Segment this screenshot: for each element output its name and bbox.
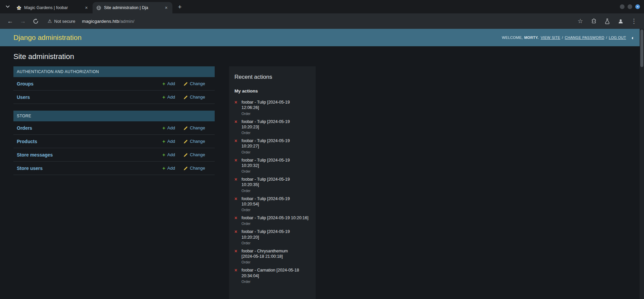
add-store-messages-link[interactable]: +Add (162, 152, 184, 157)
view-site-link[interactable]: VIEW SITE (541, 36, 560, 40)
pencil-icon (184, 82, 188, 86)
delete-icon: × (234, 248, 237, 254)
recent-action-entry: × foobar - Tulip [2024-05-19 10:20:35] O… (234, 177, 310, 193)
flask-icon (605, 18, 610, 24)
model-row-orders: Orders +Add Change (13, 121, 215, 135)
change-users-link[interactable]: Change (184, 95, 210, 100)
add-store-users-link[interactable]: +Add (162, 166, 184, 171)
change-groups-link[interactable]: Change (184, 81, 210, 86)
delete-icon: × (234, 119, 237, 125)
add-icon: + (162, 81, 165, 86)
admin-header: Django administration WELCOME, MORTY. VI… (0, 29, 644, 46)
pencil-icon (184, 126, 188, 130)
recent-action-type: Order (241, 222, 310, 226)
bookmark-star-button[interactable]: ☆ (575, 16, 586, 26)
puzzle-icon (591, 18, 597, 24)
log-out-link[interactable]: LOG OUT (609, 36, 626, 40)
window-maximize-button[interactable] (628, 4, 632, 9)
window-close-button[interactable]: × (635, 4, 640, 9)
recent-action-entry: × foobar - Tulip [2024-05-19 10:20:27] O… (234, 138, 310, 154)
recent-action-text: foobar - Tulip [2024-05-19 10:20:32] (241, 158, 299, 169)
chevron-down-icon (6, 5, 10, 8)
tab-close-icon[interactable]: × (163, 5, 169, 11)
change-label: Change (190, 166, 205, 171)
tab-site-administration[interactable]: Site administration | Dja × (93, 2, 172, 13)
page-scrollbar[interactable] (640, 29, 644, 299)
profile-button[interactable] (615, 16, 626, 26)
reload-icon (33, 18, 39, 24)
add-users-link[interactable]: +Add (162, 95, 184, 100)
window-minimize-button[interactable] (620, 4, 625, 9)
delete-icon: × (234, 196, 237, 202)
extensions-button[interactable] (588, 16, 599, 26)
welcome-text: WELCOME, (502, 36, 523, 40)
recent-action-type: Order (241, 112, 310, 116)
add-icon: + (162, 95, 165, 100)
change-store-messages-link[interactable]: Change (184, 152, 210, 157)
theme-toggle-button[interactable]: ◐ (632, 35, 635, 41)
tab-close-icon[interactable]: × (84, 5, 89, 11)
add-orders-link[interactable]: +Add (162, 125, 184, 130)
url-host: magicgardens.htb (82, 19, 119, 24)
add-icon: + (162, 166, 165, 171)
model-row-users: Users +Add Change (13, 91, 215, 104)
change-products-link[interactable]: Change (184, 139, 210, 144)
recent-action-type: Order (241, 260, 310, 264)
add-label: Add (167, 166, 175, 171)
change-orders-link[interactable]: Change (184, 125, 210, 130)
url-bar[interactable]: magicgardens.htb/admin/ (82, 19, 134, 24)
scrollbar-thumb[interactable] (640, 29, 643, 67)
module-authentication: AUTHENTICATION AND AUTHORIZATION Groups … (13, 66, 215, 104)
recent-action-type: Order (241, 241, 310, 245)
delete-icon: × (234, 138, 237, 144)
recent-action-type: Order (241, 189, 310, 193)
tab-title: Magic Gardens | foobar (24, 5, 81, 10)
model-link-store-messages[interactable]: Store messages (17, 152, 162, 158)
browser-menu-button[interactable]: ⋮ (629, 16, 639, 26)
lab-flask-button[interactable] (602, 16, 612, 26)
window-controls: × (620, 4, 644, 9)
add-icon: + (162, 125, 165, 130)
recent-action-entry: × foobar - Tulip [2024-05-19 12:06:26] O… (234, 100, 310, 116)
model-link-users[interactable]: Users (17, 95, 162, 100)
delete-icon: × (234, 177, 237, 182)
change-label: Change (190, 81, 205, 86)
delete-icon: × (234, 267, 237, 273)
recent-action-entry: × foobar - Tulip [2024-05-19 10:20:32] O… (234, 158, 310, 174)
delete-icon: × (234, 215, 237, 221)
model-link-store-users[interactable]: Store users (17, 166, 162, 171)
add-label: Add (167, 152, 175, 157)
model-link-products[interactable]: Products (17, 139, 162, 144)
recent-action-text: foobar - Chrysanthemum [2024-05-18 21:00… (241, 248, 299, 259)
recent-action-type: Order (241, 280, 310, 284)
recent-action-entry: × foobar - Chrysanthemum [2024-05-18 21:… (234, 248, 310, 264)
tab-magic-gardens[interactable]: Magic Gardens | foobar × (13, 2, 93, 13)
reload-button[interactable] (30, 16, 41, 26)
tab-search-button[interactable] (3, 2, 13, 12)
pencil-icon (184, 139, 188, 143)
site-title-link[interactable]: Django administration (13, 34, 82, 42)
back-button[interactable]: ← (5, 16, 15, 26)
new-tab-button[interactable]: + (175, 2, 184, 12)
recent-action-text: foobar - Tulip [2024-05-19 10:20:54] (241, 196, 299, 207)
pencil-icon (184, 166, 188, 170)
security-chip[interactable]: ⚠ Not secure (48, 19, 75, 24)
tab-strip: Magic Gardens | foobar × Site administra… (0, 0, 644, 13)
page-content: Site administration AUTHENTICATION AND A… (0, 46, 644, 299)
add-groups-link[interactable]: +Add (162, 81, 184, 86)
recent-action-entry: × foobar - Tulip [2024-05-19 10:20:20] O… (234, 229, 310, 245)
model-link-groups[interactable]: Groups (17, 81, 162, 86)
change-store-users-link[interactable]: Change (184, 166, 210, 171)
add-products-link[interactable]: +Add (162, 139, 184, 144)
forward-button[interactable]: → (17, 16, 28, 26)
separator: / (606, 36, 607, 40)
my-actions-heading: My actions (234, 88, 310, 94)
model-link-orders[interactable]: Orders (17, 125, 162, 131)
tab-title: Site administration | Dja (104, 5, 161, 10)
add-label: Add (167, 81, 175, 86)
recent-actions-title: Recent actions (234, 74, 310, 80)
change-label: Change (190, 152, 205, 157)
pencil-icon (184, 153, 188, 157)
pencil-icon (184, 95, 188, 99)
change-password-link[interactable]: CHANGE PASSWORD (565, 36, 604, 40)
